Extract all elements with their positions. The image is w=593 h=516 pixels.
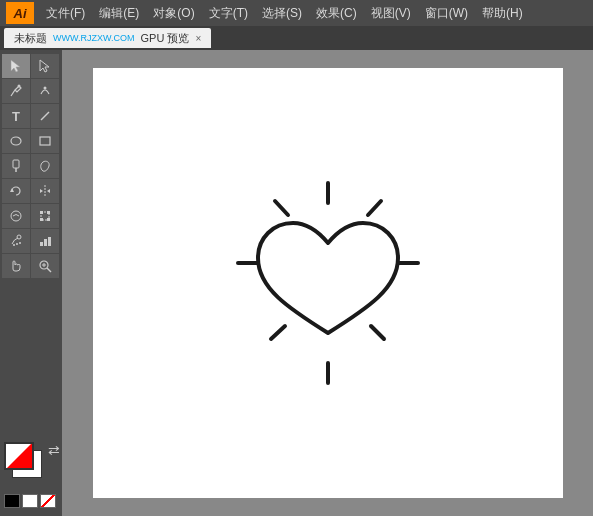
type-tool[interactable]: T	[2, 104, 30, 128]
tool-row-2	[2, 79, 60, 103]
reflect-tool[interactable]	[31, 179, 59, 203]
svg-point-12	[11, 211, 21, 221]
blob-brush-tool[interactable]	[31, 154, 59, 178]
svg-line-30	[368, 201, 381, 215]
swap-colors-button[interactable]: ⇄	[48, 442, 60, 458]
tool-row-6	[2, 179, 60, 203]
document-tab[interactable]: 未标题 WWW.RJZXW.COM GPU 预览 ×	[4, 28, 211, 48]
svg-point-5	[11, 137, 21, 145]
svg-point-19	[13, 244, 15, 246]
svg-point-18	[17, 235, 21, 239]
direct-selection-tool[interactable]	[31, 54, 59, 78]
curvature-tool[interactable]	[31, 79, 59, 103]
color-area: ⇄	[2, 438, 60, 512]
free-transform-tool[interactable]	[31, 204, 59, 228]
tool-row-7	[2, 204, 60, 228]
symbol-sprayer-tool[interactable]	[2, 229, 30, 253]
svg-line-26	[47, 268, 51, 272]
svg-rect-17	[47, 218, 50, 221]
menu-bar: 文件(F) 编辑(E) 对象(O) 文字(T) 选择(S) 效果(C) 视图(V…	[40, 3, 529, 24]
svg-marker-0	[11, 60, 20, 72]
line-tool[interactable]	[31, 104, 59, 128]
tab-watermark: WWW.RJZXW.COM	[53, 33, 134, 43]
tool-row-5	[2, 154, 60, 178]
zoom-tool[interactable]	[31, 254, 59, 278]
titlebar: Ai 文件(F) 编辑(E) 对象(O) 文字(T) 选择(S) 效果(C) 视…	[0, 0, 593, 26]
rotate-tool[interactable]	[2, 179, 30, 203]
svg-point-21	[19, 242, 21, 244]
default-colors-button[interactable]	[4, 494, 20, 508]
svg-rect-14	[40, 211, 43, 214]
menu-select[interactable]: 选择(S)	[256, 3, 308, 24]
menu-window[interactable]: 窗口(W)	[419, 3, 474, 24]
svg-marker-11	[47, 189, 50, 193]
canvas-area	[62, 50, 593, 516]
pen-tool[interactable]	[2, 79, 30, 103]
ai-logo: Ai	[6, 2, 34, 24]
menu-help[interactable]: 帮助(H)	[476, 3, 529, 24]
ellipse-tool[interactable]	[2, 129, 30, 153]
svg-marker-8	[10, 188, 14, 192]
artwork-svg	[188, 143, 468, 423]
tab-close-button[interactable]: ×	[195, 33, 201, 44]
small-color-buttons	[4, 494, 58, 508]
menu-view[interactable]: 视图(V)	[365, 3, 417, 24]
swap-small-button[interactable]	[40, 494, 56, 508]
toolbar: T	[0, 50, 62, 516]
svg-point-3	[44, 87, 47, 90]
warp-tool[interactable]	[2, 204, 30, 228]
svg-rect-23	[44, 239, 47, 246]
tool-row-8	[2, 229, 60, 253]
tool-row-4	[2, 129, 60, 153]
hand-tool[interactable]	[2, 254, 30, 278]
svg-rect-16	[40, 218, 43, 221]
tool-row-3: T	[2, 104, 60, 128]
rectangle-tool[interactable]	[31, 129, 59, 153]
svg-point-20	[16, 243, 18, 245]
menu-file[interactable]: 文件(F)	[40, 3, 91, 24]
svg-rect-6	[40, 137, 50, 145]
tab-suffix: GPU 预览	[140, 31, 189, 46]
paintbrush-tool[interactable]	[2, 154, 30, 178]
none-button[interactable]	[22, 494, 38, 508]
svg-marker-10	[40, 189, 43, 193]
svg-line-34	[271, 326, 285, 339]
svg-line-4	[41, 112, 49, 120]
menu-object[interactable]: 对象(O)	[147, 3, 200, 24]
main-area: T	[0, 50, 593, 516]
tab-title: 未标题	[14, 31, 47, 46]
tabbar: 未标题 WWW.RJZXW.COM GPU 预览 ×	[0, 26, 593, 50]
canvas	[93, 68, 563, 498]
tool-row-9	[2, 254, 60, 278]
svg-rect-15	[47, 211, 50, 214]
menu-edit[interactable]: 编辑(E)	[93, 3, 145, 24]
menu-text[interactable]: 文字(T)	[203, 3, 254, 24]
selection-tool[interactable]	[2, 54, 30, 78]
tool-row-1	[2, 54, 60, 78]
menu-effect[interactable]: 效果(C)	[310, 3, 363, 24]
svg-rect-7	[13, 160, 19, 168]
color-swatches: ⇄	[4, 442, 60, 492]
column-graph-tool[interactable]	[31, 229, 59, 253]
svg-rect-22	[40, 242, 43, 246]
svg-marker-1	[40, 60, 49, 72]
svg-line-36	[275, 201, 288, 215]
svg-point-2	[18, 85, 21, 88]
foreground-color-swatch[interactable]	[4, 442, 34, 470]
svg-line-32	[371, 326, 384, 339]
svg-rect-24	[48, 237, 51, 246]
